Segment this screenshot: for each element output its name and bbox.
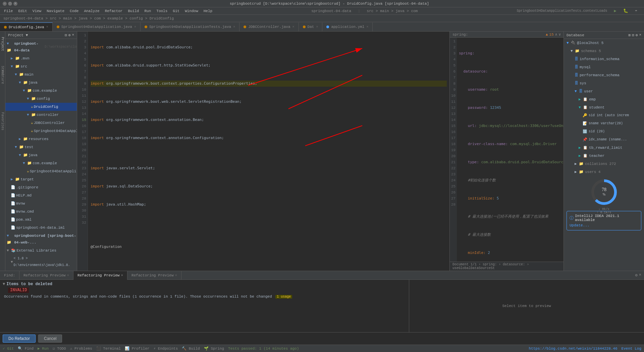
tab-springbootapp[interactable]: Springboot04DataApplication.java × [53,23,141,31]
menu-edit[interactable]: Edit [15,8,30,14]
tab-close-icon[interactable]: × [175,273,177,277]
refactor-section-header[interactable]: ▼ Items to be deleted [3,281,406,287]
db-icon4[interactable]: × [639,33,641,37]
db-user[interactable]: ▼ 🗄 user [564,87,644,95]
problems-status[interactable]: ⚠ Problems [70,346,92,351]
db-host[interactable]: ▼ 🔌 @localhost 5 [564,39,644,47]
tree-jdbccontroller[interactable]: ☕ JDBCController [5,119,77,127]
tab-close-icon[interactable]: × [67,273,69,277]
code-content[interactable]: import com.alibaba.druid.pool.DruidDataS… [88,32,449,271]
bottom-tab-refactor2[interactable]: Refactoring Preview × [73,271,127,280]
tree-jdk[interactable]: ▼ < 1.8 > D:\environments\java\jdk1.8. [5,255,77,269]
spring-status[interactable]: 🌱 Spring [204,346,224,351]
db-icon1[interactable]: ⊞ [629,33,631,37]
bottom-tab-refactor3[interactable]: Refactoring Preview × [127,271,181,280]
db-col-sname[interactable]: 📝 sname varchar(20) [564,120,644,128]
tree-controller[interactable]: ▼ 📁 controller [5,111,77,119]
event-log-link[interactable]: Event Log [622,347,641,351]
tree-test-com[interactable]: ▼ 📁 com.example [5,159,77,167]
menu-analyze[interactable]: Analyze [81,8,102,14]
tree-resources[interactable]: ▶ 📁 resources [5,135,77,143]
coverage-button[interactable]: ☂ [632,8,640,14]
menu-refactor[interactable]: Refactor [102,8,125,14]
db-collations[interactable]: ▶ 📁 collations 272 [564,160,644,168]
tree-helpmd[interactable]: 📄 HELP.md [5,191,77,200]
tree-java[interactable]: ▼ 📁 java [5,79,77,87]
project-tab[interactable]: Project [0,34,5,54]
db-info-schema[interactable]: 🗄 information_schema [564,55,644,63]
terminal-status[interactable]: ⬛ Terminal [96,346,121,351]
minimize-button[interactable]: − [3,2,7,6]
hide-icon[interactable]: × [639,273,641,278]
menu-git[interactable]: Git [170,8,182,14]
tree-mvnwcmd[interactable]: 📄 mvnw.cmd [5,208,77,216]
tab-close-icon[interactable]: × [366,25,368,29]
tab-dat[interactable]: Dat × [299,23,323,31]
db-col-idxsname[interactable]: 📌 idx_sname (sname... [564,136,644,144]
tab-applicationyml[interactable]: application.yml × [322,23,373,31]
tree-test-file[interactable]: ☕ Springboot04DataAppli [5,167,77,175]
scroll-up-icon[interactable]: ∧ [555,32,557,37]
tree-test-java[interactable]: ▼ 📁 java [5,151,77,159]
do-refactor-button[interactable]: Do Refactor [3,335,36,343]
tab-jdbccontroller[interactable]: JDBCController.java × [239,23,299,31]
db-icon3[interactable]: ⚙ [636,33,638,37]
tree-springbootcrud[interactable]: ▼ 📁 springbootcrud [spring-boot-04-web-.… [5,232,77,247]
cancel-button[interactable]: Cancel [38,335,62,343]
tree-test[interactable]: ▼ 📁 test [5,143,77,151]
tab-close-icon[interactable]: × [121,273,123,277]
refactor-invalid-item[interactable]: INVALID [3,287,406,293]
tab-close-icon[interactable]: × [233,25,235,29]
db-mysql[interactable]: 🗄 mysql [564,63,644,71]
db-tbreward[interactable]: ▶ 📋 tb_reward_limit [564,144,644,152]
tree-iml[interactable]: 📄 springboot-04-data.iml [5,224,77,232]
tab-druidconfig[interactable]: DruidConfig.java × [0,23,53,31]
db-icon2[interactable]: ⊟ [632,33,634,37]
menu-help[interactable]: Help [201,8,215,14]
menu-window[interactable]: Window [182,8,201,14]
close-button[interactable]: × [13,2,17,6]
code-scroll-area[interactable]: 1 2 3 4 5 6 7 8 9 10 11 12 13 14 15 16 1… [77,32,449,271]
db-teacher[interactable]: ▶ 📋 teacher [564,152,644,160]
menu-build[interactable]: Build [125,8,142,14]
build-status[interactable]: 🔨 Build [182,346,200,351]
endpoints-status[interactable]: ⚡ Endpoints [154,346,178,351]
web-tab[interactable]: Web [0,67,5,79]
tab-close-icon[interactable]: × [134,25,136,29]
menu-file[interactable]: File [1,8,15,14]
tree-main[interactable]: ▼ 📁 main [5,71,77,79]
settings-icon[interactable]: ⚙ [635,273,638,278]
menu-view[interactable]: View [30,8,44,14]
notification-update-link[interactable]: Update... [570,223,638,227]
run-button[interactable]: ▶ [611,8,619,14]
url-display[interactable]: https://blog.csdn.net/weixin/11844228.46 [529,347,618,351]
tree-target[interactable]: ▶ 📁 target [5,175,77,183]
menu-code[interactable]: Code [67,8,81,14]
menu-tools[interactable]: Tools [154,8,170,14]
window-controls[interactable]: − □ × [3,2,17,6]
git-status[interactable]: ✓ Git [3,346,14,351]
maximize-button[interactable]: □ [8,2,12,6]
tree-druidconfig[interactable]: ☕ DruidConfig [5,103,77,111]
db-col-sid[interactable]: 🔑 sid int (auto increm [564,112,644,120]
tab-springboottest[interactable]: Springboot04DataApplicationTests.java × [141,23,239,31]
db-emp[interactable]: ▶ 📋 emp [564,95,644,103]
db-student[interactable]: ▼ 📋 student [564,103,644,112]
tree-ext-libs[interactable]: ▼ 📚 External Libraries [5,247,77,255]
bottom-tab-find[interactable]: Find: [0,271,19,280]
yaml-scroll-area[interactable]: 12345 678910 1112131415 1617181920 21222… [450,38,564,262]
tree-src[interactable]: ▼ 📁 src [5,62,77,71]
db-schemas[interactable]: ▼ 📁 schemas 5 [564,47,644,55]
profiler-status[interactable]: 📊 Profiler [125,346,149,351]
db-users[interactable]: ▶ 📁 users 4 [564,168,644,176]
find-status[interactable]: 🔍 Find [18,346,34,351]
hide-icon[interactable]: × [72,33,74,37]
tree-item-root[interactable]: ▼ 📁 springboot-04-data D:\workspace\clo [5,40,77,54]
tree-mvnw[interactable]: 📄 mvnw [5,200,77,208]
tree-config[interactable]: ▼ 📁 config [5,95,77,103]
todo-status[interactable]: ☑ TODO [53,346,66,351]
settings-icon[interactable]: ⚙ [68,33,71,37]
tab-close-icon[interactable]: × [292,25,294,29]
db-sys[interactable]: 🗄 sys [564,79,644,87]
scroll-down-icon[interactable]: ∨ [558,32,561,37]
